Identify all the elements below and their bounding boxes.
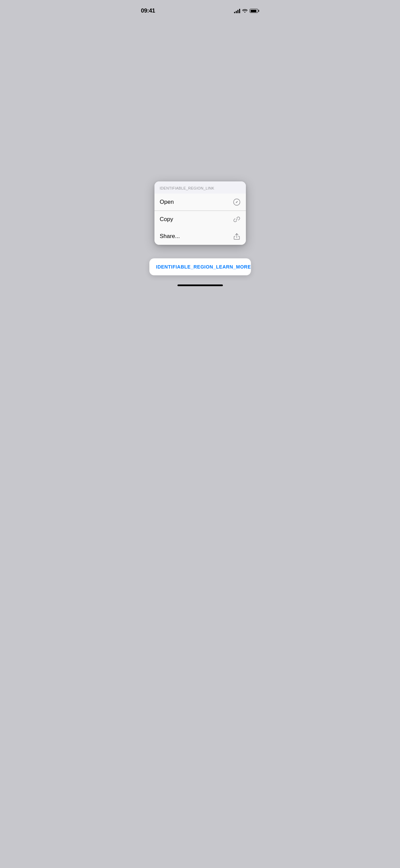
share-label: Share...: [160, 233, 180, 240]
copy-label: Copy: [160, 216, 173, 223]
signal-bar-1: [234, 12, 235, 13]
signal-bar-3: [237, 10, 238, 13]
compass-icon: [233, 198, 240, 206]
signal-bars-icon: [234, 8, 240, 13]
status-icons: [234, 8, 259, 14]
signal-bar-2: [236, 11, 237, 13]
status-bar: 09:41: [133, 0, 267, 17]
link-icon: [233, 216, 240, 223]
context-menu-open[interactable]: Open: [154, 194, 246, 211]
signal-bar-4: [239, 9, 240, 13]
context-menu: IDENTIFIABLE_REGION_LINK Open Copy: [154, 181, 246, 245]
status-time: 09:41: [141, 7, 155, 14]
main-content: IDENTIFIABLE_REGION_LINK Open Copy: [133, 17, 267, 289]
learn-more-label: IDENTIFIABLE_REGION_LEARN_MORE: [156, 264, 251, 270]
home-indicator: [177, 284, 223, 286]
context-menu-container: IDENTIFIABLE_REGION_LINK Open Copy: [154, 181, 246, 245]
context-menu-share[interactable]: Share...: [154, 228, 246, 245]
wifi-icon: [242, 8, 248, 14]
share-icon: [233, 233, 240, 240]
context-menu-url: IDENTIFIABLE_REGION_LINK: [160, 186, 214, 190]
learn-more-container: IDENTIFIABLE_REGION_LEARN_MORE: [149, 258, 251, 275]
open-label: Open: [160, 199, 174, 205]
context-menu-copy[interactable]: Copy: [154, 211, 246, 228]
learn-more-button[interactable]: IDENTIFIABLE_REGION_LEARN_MORE: [149, 258, 251, 275]
context-menu-header: IDENTIFIABLE_REGION_LINK: [154, 181, 246, 194]
battery-icon: [250, 9, 259, 13]
